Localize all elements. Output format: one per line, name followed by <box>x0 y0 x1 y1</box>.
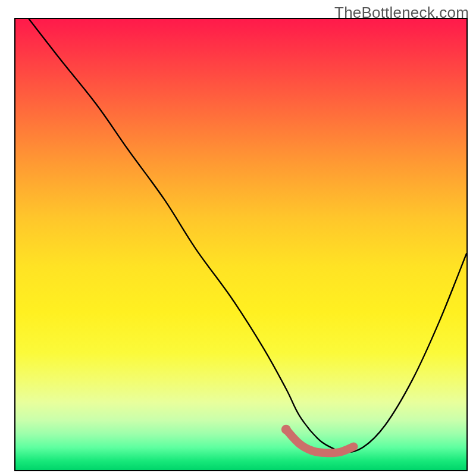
chart-stage: TheBottleneck.com <box>0 0 476 476</box>
plot-frame <box>14 18 468 471</box>
bottleneck-curve <box>29 19 466 452</box>
optimal-range-start-dot <box>281 425 291 434</box>
curve-layer <box>15 19 466 470</box>
